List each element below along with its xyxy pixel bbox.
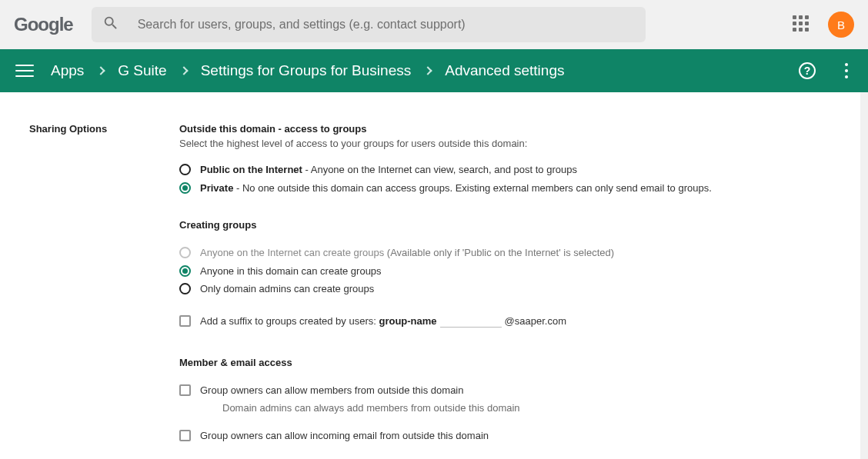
chevron-right-icon	[179, 66, 188, 75]
settings-body: Outside this domain - access to groups S…	[179, 123, 868, 459]
breadcrumb-settings-groups[interactable]: Settings for Groups for Business	[201, 62, 412, 79]
member-email-title: Member & email access	[179, 357, 831, 368]
apps-grid-icon[interactable]	[793, 15, 811, 34]
public-label: Public on the Internet	[200, 164, 302, 175]
breadcrumb-advanced-settings: Advanced settings	[445, 62, 564, 79]
google-logo: Google	[14, 14, 73, 35]
outside-access-subtitle: Select the highest level of access to yo…	[179, 138, 831, 149]
radio-label: Public on the Internet - Anyone on the I…	[200, 163, 577, 177]
external-members-note: Domain admins can always add members fro…	[222, 402, 831, 414]
anyone-create-note: (Available only if 'Public on the Intern…	[384, 247, 614, 258]
checkbox-allow-external-members[interactable]: Group owners can allow members from outs…	[179, 384, 831, 397]
checkbox-label: Add a suffix to groups created by users:…	[200, 314, 566, 328]
checkbox-icon[interactable]	[179, 430, 191, 441]
radio-public-internet[interactable]: Public on the Internet - Anyone on the I…	[179, 163, 831, 177]
search-box[interactable]	[92, 7, 646, 42]
radio-only-admins-create[interactable]: Only domain admins can create groups	[179, 282, 831, 296]
account-avatar[interactable]: B	[828, 12, 854, 38]
radio-icon-disabled	[179, 247, 191, 258]
radio-label: Anyone on the Internet can create groups…	[200, 246, 614, 260]
suffix-domain: @saaper.com	[505, 315, 566, 327]
radio-label: Only domain admins can create groups	[200, 282, 374, 296]
suffix-input[interactable]	[440, 315, 502, 328]
radio-label: Anyone in this domain can create groups	[200, 264, 382, 278]
checkbox-label: Group owners can allow incoming email fr…	[200, 429, 489, 443]
search-input[interactable]	[138, 18, 635, 32]
breadcrumb-bar: Apps G Suite Settings for Groups for Bus…	[0, 49, 868, 92]
settings-page: Sharing Options Outside this domain - ac…	[0, 92, 868, 459]
suffix-bold: group-name	[379, 315, 436, 327]
chevron-right-icon	[424, 66, 432, 75]
radio-icon[interactable]	[179, 164, 191, 175]
creating-groups-title: Creating groups	[179, 219, 831, 231]
breadcrumb-apps[interactable]: Apps	[51, 62, 84, 79]
radio-anyone-domain-create[interactable]: Anyone in this domain can create groups	[179, 264, 831, 278]
suffix-pre: Add a suffix to groups created by users:	[200, 315, 379, 327]
radio-label: Private - No one outside this domain can…	[200, 181, 712, 195]
radio-icon[interactable]	[179, 283, 191, 294]
sharing-options-heading: Sharing Options	[29, 123, 179, 135]
public-desc: - Anyone on the Internet can view, searc…	[302, 164, 577, 175]
breadcrumb-gsuite[interactable]: G Suite	[118, 62, 166, 79]
top-bar: Google B	[0, 0, 868, 49]
private-desc: - No one outside this domain can access …	[233, 182, 711, 194]
checkbox-add-suffix[interactable]: Add a suffix to groups created by users:…	[179, 314, 831, 328]
private-label: Private	[200, 182, 233, 194]
outside-access-title: Outside this domain - access to groups	[179, 123, 831, 135]
radio-private[interactable]: Private - No one outside this domain can…	[179, 181, 831, 195]
anyone-create-label: Anyone on the Internet can create groups	[200, 247, 384, 258]
help-icon[interactable]: ?	[799, 62, 816, 79]
radio-anyone-internet-create: Anyone on the Internet can create groups…	[179, 246, 831, 260]
section-heading-column: Sharing Options	[29, 123, 179, 459]
scrollbar[interactable]	[860, 92, 868, 459]
checkbox-icon[interactable]	[179, 315, 191, 327]
overflow-menu-icon[interactable]	[837, 63, 856, 78]
radio-icon-selected[interactable]	[179, 265, 191, 277]
checkbox-allow-external-email[interactable]: Group owners can allow incoming email fr…	[179, 429, 831, 443]
checkbox-label: Group owners can allow members from outs…	[200, 384, 463, 397]
chevron-right-icon	[97, 66, 105, 75]
checkbox-icon[interactable]	[179, 384, 191, 396]
breadcrumb: Apps G Suite Settings for Groups for Bus…	[51, 62, 799, 79]
menu-icon[interactable]	[15, 62, 34, 80]
search-icon	[102, 15, 119, 35]
radio-icon-selected[interactable]	[179, 182, 191, 194]
